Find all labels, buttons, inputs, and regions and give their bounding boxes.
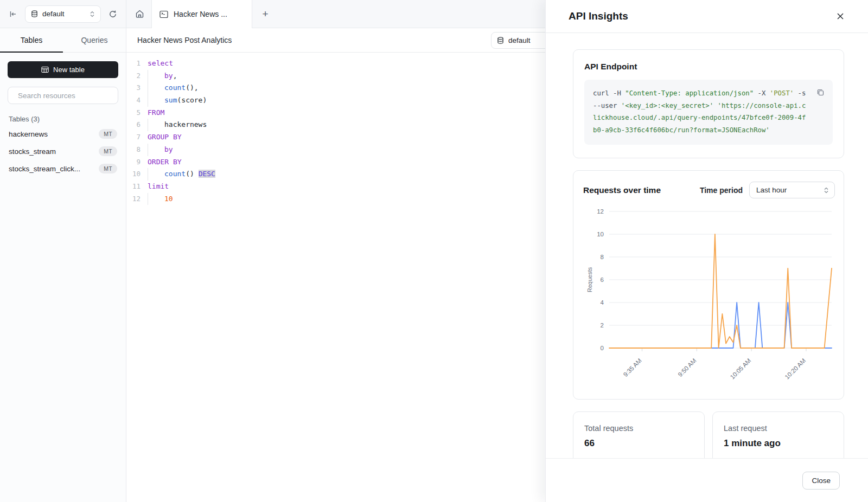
close-icon (837, 12, 844, 20)
database-icon (31, 10, 38, 18)
line-number: 7 (126, 131, 141, 144)
tab-hacker-news[interactable]: Hacker News ... (151, 0, 252, 28)
code-text: ORDER BY (141, 156, 182, 169)
code-text: count() DESC (141, 168, 215, 181)
code-text: by, (141, 70, 177, 82)
database-icon (497, 37, 504, 44)
refresh-button[interactable] (105, 7, 120, 22)
line-number: 3 (126, 82, 141, 94)
sidebar: default Tables Queries New table Tables … (0, 0, 126, 502)
query-title: Hacker News Post Analytics (137, 36, 232, 44)
new-table-label: New table (53, 66, 85, 74)
svg-text:4: 4 (601, 299, 604, 306)
panel-close-button[interactable] (832, 8, 848, 24)
tab-tables-label: Tables (21, 36, 42, 44)
close-button[interactable]: Close (802, 472, 840, 490)
svg-text:2: 2 (601, 322, 604, 329)
svg-text:9:50 AM: 9:50 AM (676, 357, 697, 378)
code-text: GROUP BY (141, 131, 182, 144)
code-text: 10 (141, 193, 173, 205)
table-list-item[interactable]: stocks_stream_click...MT (8, 160, 118, 177)
chart-header: Requests over time Time period Last hour (583, 182, 836, 198)
api-endpoint-card: API Endpoint curl -H "Content-Type: appl… (573, 49, 844, 158)
time-period-select[interactable]: Last hour (749, 182, 835, 198)
curl-command-block: curl -H "Content-Type: application/json"… (584, 80, 833, 145)
sidebar-body: New table Tables (3) hackernewsMTstocks_… (0, 53, 126, 186)
app-window: default Tables Queries New table Tables … (0, 0, 868, 502)
svg-text:10:05 AM: 10:05 AM (729, 357, 752, 381)
refresh-icon (108, 10, 117, 18)
line-number: 1 (126, 57, 141, 70)
new-table-button[interactable]: New table (8, 61, 118, 78)
home-button[interactable] (127, 0, 151, 28)
code-text: count(), (141, 82, 199, 94)
new-tab-button[interactable]: + (252, 0, 278, 28)
line-number: 11 (126, 181, 141, 193)
table-engine-badge: MT (99, 164, 117, 173)
line-number: 2 (126, 70, 141, 82)
search-resources-box (8, 87, 118, 104)
copy-button[interactable] (813, 85, 827, 99)
query-terminal-icon (159, 10, 168, 18)
tab-queries-label: Queries (81, 36, 107, 44)
requests-chart-card: Requests over time Time period Last hour… (573, 170, 844, 400)
code-text: by (141, 144, 173, 156)
panel-title: API Insights (569, 10, 628, 22)
tables-list: hackernewsMTstocks_streamMTstocks_stream… (8, 125, 118, 177)
curl-command-text: curl -H "Content-Type: application/json"… (593, 89, 806, 134)
panel-header: API Insights (546, 0, 868, 33)
table-icon (41, 66, 49, 73)
api-endpoint-title: API Endpoint (584, 62, 833, 72)
table-name: hackernews (9, 130, 48, 138)
line-number: 9 (126, 156, 141, 169)
copy-icon (816, 88, 825, 96)
search-resources-input[interactable] (18, 92, 114, 100)
collapse-sidebar-button[interactable] (5, 7, 21, 22)
svg-text:9:35 AM: 9:35 AM (622, 357, 643, 378)
selector-chevrons-icon (90, 11, 95, 17)
svg-text:6: 6 (601, 276, 604, 283)
table-name: stocks_stream (9, 147, 56, 156)
table-engine-badge: MT (99, 146, 117, 156)
svg-text:8: 8 (601, 254, 604, 260)
svg-text:Requests: Requests (586, 267, 593, 292)
panel-body: API Endpoint curl -H "Content-Type: appl… (546, 33, 868, 502)
table-list-item[interactable]: hackernewsMT (8, 125, 118, 143)
database-selector[interactable]: default (25, 5, 101, 23)
time-period-value: Last hour (756, 186, 824, 194)
api-insights-panel: API Insights API Endpoint curl -H "Conte… (545, 0, 868, 502)
line-number: 6 (126, 119, 141, 131)
line-number: 12 (126, 193, 141, 205)
tables-section-label: Tables (3) (9, 115, 117, 123)
code-text: sum(score) (141, 94, 207, 107)
svg-text:10: 10 (597, 231, 604, 237)
line-number: 8 (126, 144, 141, 156)
code-text: select (141, 57, 173, 70)
line-number: 10 (126, 168, 141, 181)
code-text: FROM (141, 107, 164, 119)
tab-queries[interactable]: Queries (63, 28, 126, 52)
last-request-label: Last request (724, 424, 833, 433)
svg-text:12: 12 (597, 208, 604, 215)
sidebar-toolbar: default (0, 0, 126, 28)
code-text: hackernews (141, 119, 207, 131)
tab-tables[interactable]: Tables (0, 28, 63, 52)
last-request-value: 1 minute ago (724, 438, 833, 449)
panel-footer: Close (546, 458, 868, 502)
code-text: limit (141, 181, 169, 193)
home-icon (135, 9, 144, 18)
svg-text:0: 0 (601, 345, 604, 351)
svg-text:10:20 AM: 10:20 AM (784, 357, 807, 381)
table-engine-badge: MT (99, 129, 117, 139)
time-period-label: Time period (700, 186, 743, 195)
database-selector-value: default (42, 10, 85, 18)
chart-title: Requests over time (583, 185, 700, 195)
requests-chart: 0246810129:35 AM9:50 AM10:05 AM10:20 AMR… (583, 203, 836, 394)
sidebar-tabs: Tables Queries (0, 28, 126, 53)
tab-title: Hacker News ... (174, 10, 227, 18)
collapse-left-icon (9, 10, 17, 18)
total-requests-label: Total requests (584, 424, 693, 433)
table-list-item[interactable]: stocks_streamMT (8, 143, 118, 160)
line-number: 4 (126, 94, 141, 107)
query-database-value: default (508, 36, 531, 44)
